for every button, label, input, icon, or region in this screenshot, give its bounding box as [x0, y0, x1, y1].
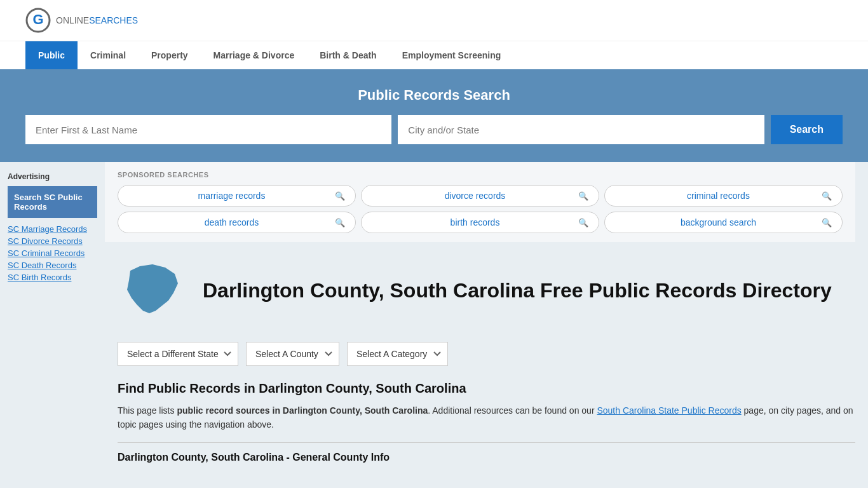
sidebar-link-2[interactable]: SC Criminal Records	[8, 248, 97, 258]
sponsored-item-text-0: marriage records	[128, 191, 335, 201]
search-icon-1: 🔍	[578, 191, 588, 201]
logo[interactable]: G ONLINESEARCHES	[25, 8, 138, 33]
county-dropdown[interactable]: Select A County	[246, 342, 339, 366]
sidebar-ad-box[interactable]: Search SC Public Records	[8, 186, 97, 218]
search-icon-3: 🔍	[335, 218, 345, 227]
sidebar-ad-label: Advertising	[8, 172, 97, 181]
sponsored-item-text-5: background search	[615, 217, 822, 227]
dropdown-row: Select a Different State Select A County…	[118, 342, 855, 366]
sponsored-item-text-1: divorce records	[372, 191, 578, 201]
find-text: This page lists public record sources in…	[118, 403, 855, 432]
search-icon-5: 🔍	[822, 218, 832, 227]
find-text-1: This page lists	[118, 405, 177, 416]
sponsored-item-5[interactable]: background search 🔍	[604, 212, 843, 233]
sponsored-section: SPONSORED SEARCHES marriage records 🔍 di…	[105, 162, 855, 242]
sponsored-item-text-4: birth records	[372, 217, 578, 227]
nav-item-birth-death[interactable]: Birth & Death	[307, 41, 389, 69]
search-icon-2: 🔍	[822, 191, 832, 201]
category-dropdown[interactable]: Select A Category	[347, 342, 448, 366]
nav-item-criminal[interactable]: Criminal	[78, 41, 139, 69]
search-button[interactable]: Search	[771, 115, 843, 144]
nav: Public Criminal Property Marriage & Divo…	[0, 41, 868, 69]
search-row: Search	[25, 115, 843, 144]
find-link[interactable]: South Carolina State Public Records	[597, 405, 741, 416]
search-icon-0: 🔍	[335, 191, 345, 201]
state-map-container	[118, 255, 187, 327]
sponsored-item-2[interactable]: criminal records 🔍	[604, 185, 843, 207]
sidebar-link-3[interactable]: SC Death Records	[8, 261, 97, 270]
sidebar-link-1[interactable]: SC Divorce Records	[8, 236, 97, 246]
county-header: Darlington County, South Carolina Free P…	[118, 255, 855, 327]
nav-item-employment[interactable]: Employment Screening	[390, 41, 514, 69]
svg-text:G: G	[32, 11, 43, 27]
sidebar-link-4[interactable]: SC Birth Records	[8, 273, 97, 282]
find-bold: public record sources in Darlington Coun…	[177, 405, 428, 416]
sponsored-item-3[interactable]: death records 🔍	[118, 212, 356, 233]
page-content: Darlington County, South Carolina Free P…	[105, 242, 855, 463]
location-input[interactable]	[398, 115, 764, 144]
nav-item-public[interactable]: Public	[25, 41, 78, 69]
sponsored-grid: marriage records 🔍 divorce records 🔍 cri…	[118, 185, 843, 233]
logo-searches: SEARCHES	[89, 15, 138, 25]
logo-online: ONLINE	[56, 15, 89, 25]
nav-item-property[interactable]: Property	[139, 41, 201, 69]
logo-text: ONLINESEARCHES	[56, 15, 138, 25]
sponsored-item-text-3: death records	[128, 217, 335, 227]
find-title: Find Public Records in Darlington County…	[118, 381, 855, 396]
sponsored-item-text-2: criminal records	[615, 191, 822, 201]
sidebar-link-0[interactable]: SC Marriage Records	[8, 224, 97, 234]
search-banner: Public Records Search Search	[0, 69, 868, 162]
main-container: Advertising Search SC Public Records SC …	[0, 162, 868, 476]
logo-icon: G	[25, 8, 51, 33]
sponsored-item-1[interactable]: divorce records 🔍	[361, 185, 599, 207]
sc-state-map	[118, 255, 187, 325]
section-subtitle: Darlington County, South Carolina - Gene…	[118, 452, 855, 463]
sponsored-item-4[interactable]: birth records 🔍	[361, 212, 599, 233]
sponsored-label: SPONSORED SEARCHES	[118, 171, 843, 179]
state-dropdown[interactable]: Select a Different State	[118, 342, 238, 366]
divider	[118, 442, 855, 443]
nav-item-marriage-divorce[interactable]: Marriage & Divorce	[201, 41, 308, 69]
search-icon-4: 🔍	[578, 218, 588, 227]
sidebar: Advertising Search SC Public Records SC …	[0, 162, 105, 476]
find-text-2: . Additional resources can be found on o…	[428, 405, 597, 416]
sponsored-item-0[interactable]: marriage records 🔍	[118, 185, 356, 207]
county-title: Darlington County, South Carolina Free P…	[203, 278, 832, 302]
search-banner-title: Public Records Search	[25, 87, 843, 104]
name-input[interactable]	[25, 115, 391, 144]
content: SPONSORED SEARCHES marriage records 🔍 di…	[105, 162, 868, 476]
header: G ONLINESEARCHES	[0, 0, 868, 41]
